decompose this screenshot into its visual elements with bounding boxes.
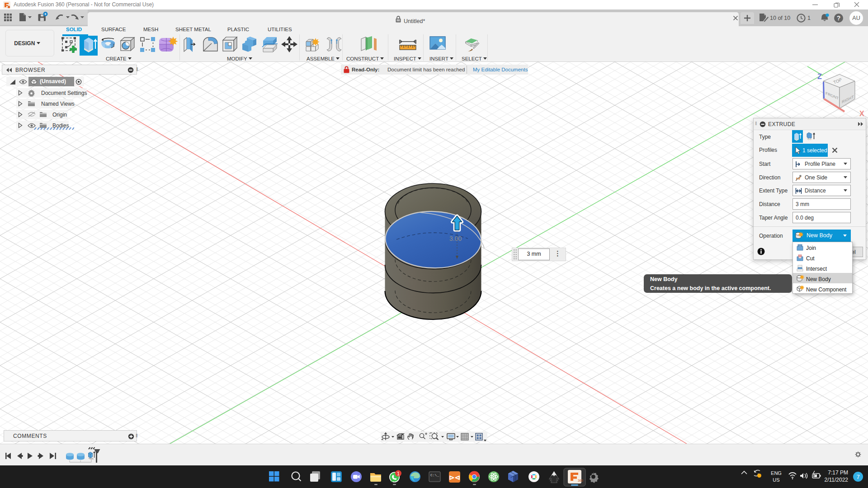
svg-text:1: 1: [397, 471, 400, 476]
svg-text:7: 7: [856, 474, 859, 480]
svg-text:⊳⊲: ⊳⊲: [449, 474, 460, 481]
svg-text:Z: Z: [817, 73, 822, 80]
svg-text:2/11/2022: 2/11/2022: [825, 477, 849, 483]
svg-text:3.00: 3.00: [449, 235, 462, 242]
svg-text:US: US: [773, 477, 779, 483]
svg-text:7:17 PM: 7:17 PM: [828, 469, 848, 476]
svg-text:ENG: ENG: [771, 470, 782, 476]
svg-text:?: ?: [837, 14, 841, 22]
svg-text:X: X: [859, 110, 864, 117]
svg-text:C:\_: C:\_: [430, 473, 439, 477]
svg-text:360: 360: [578, 479, 583, 482]
